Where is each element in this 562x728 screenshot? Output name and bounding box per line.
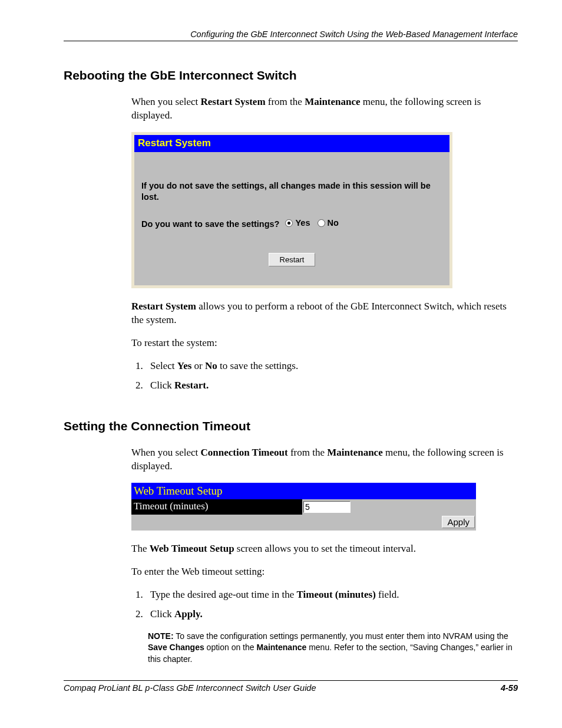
text: screen allows you to set the timeout int… <box>234 543 416 554</box>
timeout-label: Timeout (minutes) <box>131 499 302 515</box>
text-bold: Save Changes <box>148 643 204 652</box>
list-item: Type the desired age-out time in the Tim… <box>146 588 518 602</box>
text-bold: Restart System <box>201 96 266 107</box>
text-bold: Restart. <box>174 380 209 391</box>
list-item: Click Apply. <box>146 608 518 621</box>
text: from the <box>266 96 305 107</box>
text: Click <box>150 380 174 391</box>
timeout-input[interactable] <box>303 501 351 513</box>
text: When you select <box>131 96 201 107</box>
text: Type the desired age-out time in the <box>150 589 297 600</box>
footer-doc-title: Compaq ProLiant BL p-Class GbE Interconn… <box>64 683 316 693</box>
text-bold: No <box>205 360 217 371</box>
text: Select <box>150 360 177 371</box>
section1-steps-intro: To restart the system: <box>131 337 518 350</box>
section2-after: The Web Timeout Setup screen allows you … <box>131 542 518 556</box>
apply-button[interactable]: Apply <box>442 516 475 528</box>
text-bold: Apply. <box>174 608 203 620</box>
text-bold: Maintenance <box>327 447 382 458</box>
text-bold: Yes <box>177 360 192 371</box>
web-timeout-panel: Web Timeout Setup Timeout (minutes) Appl… <box>131 483 476 531</box>
restart-panel-title: Restart System <box>134 135 449 152</box>
footer-page-number: 4-59 <box>501 683 518 693</box>
section2-steps: Type the desired age-out time in the Tim… <box>146 588 518 621</box>
radio-yes[interactable] <box>285 219 293 227</box>
radio-no[interactable] <box>318 219 325 227</box>
text: option on the <box>204 643 257 652</box>
text: To save the configuration settings perma… <box>174 631 508 641</box>
save-settings-question: Do you want to save the settings? <box>141 219 279 229</box>
text: from the <box>288 447 328 458</box>
text-bold: Timeout (minutes) <box>297 589 376 600</box>
text-bold: Maintenance <box>256 643 306 652</box>
section1-intro: When you select Restart System from the … <box>131 95 518 123</box>
text: Click <box>150 608 174 620</box>
section2-steps-intro: To enter the Web timeout setting: <box>131 565 518 579</box>
restart-warning-text: If you do not save the settings, all cha… <box>141 180 442 203</box>
list-item: Select Yes or No to save the settings. <box>146 360 518 373</box>
text-bold: Restart System <box>131 301 196 312</box>
text: The <box>131 543 150 554</box>
text-bold: Web Timeout Setup <box>150 543 234 554</box>
section-heading-timeout: Setting the Connection Timeout <box>64 419 518 433</box>
text-bold: Maintenance <box>305 96 360 107</box>
text: When you select <box>131 447 201 458</box>
radio-no-label: No <box>328 218 339 229</box>
page-footer: Compaq ProLiant BL p-Class GbE Interconn… <box>64 680 518 693</box>
section1-after: Restart System allows you to perform a r… <box>131 300 518 327</box>
radio-yes-label: Yes <box>295 218 310 229</box>
text-bold: Connection Timeout <box>201 447 288 458</box>
restart-button[interactable]: Restart <box>269 253 316 266</box>
section1-steps: Select Yes or No to save the settings. C… <box>146 360 518 393</box>
text: or <box>191 360 205 371</box>
page-header: Configuring the GbE Interconnect Switch … <box>64 29 518 41</box>
list-item: Click Restart. <box>146 379 518 393</box>
section-heading-reboot: Rebooting the GbE Interconnect Switch <box>64 68 518 83</box>
note-label: NOTE: <box>148 631 174 641</box>
note-block: NOTE: To save the configuration settings… <box>148 631 518 666</box>
section2-intro: When you select Connection Timeout from … <box>131 446 518 473</box>
timeout-panel-title: Web Timeout Setup <box>131 483 476 499</box>
restart-system-panel: Restart System If you do not save the se… <box>131 132 452 288</box>
text: field. <box>376 589 399 600</box>
text: to save the settings. <box>217 360 298 371</box>
